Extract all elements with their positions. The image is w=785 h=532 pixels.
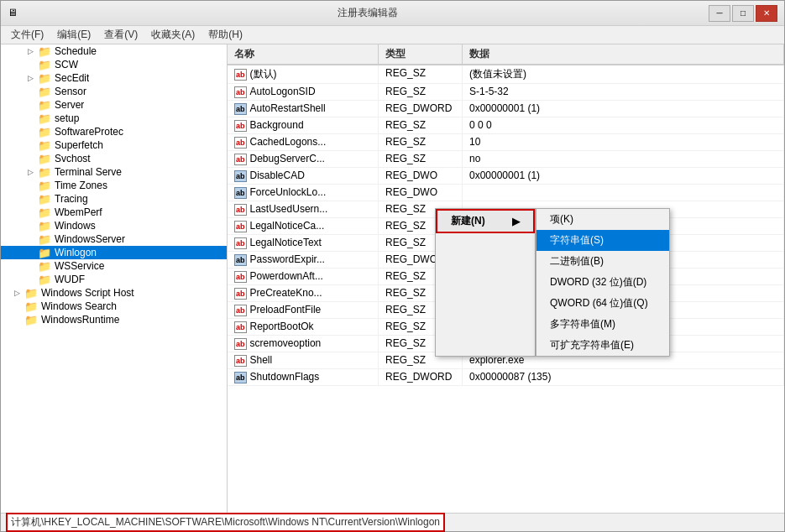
- tree-item-timezones[interactable]: 📁Time Zones: [1, 179, 227, 192]
- tree-item-server[interactable]: 📁Server: [1, 98, 227, 112]
- tree-item-label: WSService: [55, 260, 104, 272]
- tree-item-wsservice[interactable]: 📁WSService: [1, 259, 227, 273]
- reg-cell-name: abPreloadFontFile: [228, 302, 379, 318]
- folder-icon: 📁: [38, 112, 51, 124]
- reg-cell-data: 0x00000001 (1): [463, 101, 784, 117]
- tree-item-label: SoftwareProtec: [55, 126, 123, 138]
- table-row[interactable]: abDisableCADREG_DWO0x00000001 (1): [228, 168, 784, 185]
- status-bar: 计算机\HKEY_LOCAL_MACHINE\SOFTWARE\Microsof…: [1, 513, 784, 531]
- tree-panel[interactable]: ▷📁Schedule📁SCW▷📁SecEdit📁Sensor📁Server📁se…: [1, 44, 228, 513]
- ab-icon: ab: [234, 321, 247, 333]
- tree-item-windows[interactable]: 📁Windows: [1, 219, 227, 232]
- ab-icon: ab: [234, 204, 247, 216]
- tree-item-terminalserver[interactable]: ▷📁Terminal Serve: [1, 165, 227, 179]
- folder-icon: 📁: [38, 247, 51, 258]
- folder-icon: 📁: [38, 206, 51, 218]
- tree-expand-arrow[interactable]: ▷: [14, 289, 24, 297]
- ab-icon: ab: [234, 86, 247, 98]
- tree-expand-arrow[interactable]: ▷: [28, 74, 38, 82]
- folder-icon: 📁: [38, 72, 51, 84]
- table-row[interactable]: abShutdownFlagsREG_DWORD0x00000087 (135): [228, 369, 784, 386]
- tree-item-wbemperf[interactable]: 📁WbemPerf: [1, 206, 227, 219]
- tree-item-windowssearch[interactable]: 📁Windows Search: [1, 300, 227, 313]
- table-header: 名称 类型 数据: [228, 44, 784, 65]
- ctx-submenu-item[interactable]: 二进制值(B): [536, 251, 669, 272]
- ab-icon: ab: [234, 154, 247, 165]
- tree-item-label: Winlogon: [55, 247, 97, 258]
- folder-icon: 📁: [38, 139, 51, 151]
- ctx-submenu-item[interactable]: 可扩充字符串值(E): [536, 335, 669, 356]
- table-row[interactable]: ab(默认)REG_SZ(数值未设置): [228, 65, 784, 84]
- ab-icon: ab: [234, 288, 247, 300]
- reg-cell-type: REG_DWORD: [379, 369, 463, 385]
- ab-icon: ab: [234, 338, 247, 350]
- reg-cell-name: abDebugServerC...: [228, 151, 379, 167]
- table-row[interactable]: abCachedLogons...REG_SZ10: [228, 134, 784, 151]
- table-row[interactable]: abDebugServerC...REG_SZno: [228, 151, 784, 168]
- table-row[interactable]: abAutoLogonSIDREG_SZS-1-5-32: [228, 84, 784, 101]
- tree-item-softwareprotec[interactable]: 📁SoftwareProtec: [1, 125, 227, 138]
- ab-icon: ab: [234, 355, 247, 367]
- tree-item-winlogon[interactable]: 📁Winlogon: [1, 246, 227, 259]
- minimize-button[interactable]: ─: [709, 5, 730, 22]
- folder-icon: 📁: [24, 300, 38, 312]
- title-bar: 🖥 注册表编辑器 ─ □ ✕: [1, 1, 784, 26]
- reg-cell-name: abAutoRestartShell: [228, 101, 379, 117]
- table-row[interactable]: abAutoRestartShellREG_DWORD0x00000001 (1…: [228, 101, 784, 117]
- ctx-new-item[interactable]: 新建(N) ▶: [436, 209, 535, 233]
- table-row[interactable]: abBackgroundREG_SZ0 0 0: [228, 117, 784, 134]
- reg-cell-data: (数值未设置): [463, 65, 784, 83]
- ctx-new-label: 新建(N): [451, 214, 485, 228]
- menu-item-e[interactable]: 编辑(E): [50, 26, 97, 44]
- reg-cell-name: abDisableCAD: [228, 168, 379, 184]
- tree-item-label: Sensor: [55, 86, 86, 97]
- reg-cell-type: REG_SZ: [379, 84, 463, 100]
- tree-item-scw[interactable]: 📁SCW: [1, 58, 227, 71]
- folder-icon: 📁: [38, 220, 51, 232]
- folder-icon: 📁: [38, 126, 51, 138]
- tree-item-label: setup: [55, 112, 79, 124]
- table-row[interactable]: abForceUnlockLo...REG_DWO: [228, 185, 784, 201]
- tree-item-windowsserver[interactable]: 📁WindowsServer: [1, 232, 227, 246]
- ctx-submenu-item[interactable]: QWORD (64 位)值(Q): [536, 293, 669, 314]
- tree-item-sensor[interactable]: 📁Sensor: [1, 85, 227, 98]
- folder-icon: 📁: [38, 153, 51, 164]
- ctx-submenu-item[interactable]: 字符串值(S): [536, 230, 669, 251]
- reg-cell-name: abLastUsedUsern...: [228, 201, 379, 217]
- tree-item-windowsruntime[interactable]: 📁WindowsRuntime: [1, 313, 227, 326]
- menu-item-f[interactable]: 文件(F): [4, 26, 50, 44]
- reg-cell-data: [463, 185, 784, 201]
- tree-item-label: Superfetch: [55, 139, 103, 151]
- close-button[interactable]: ✕: [756, 5, 777, 22]
- ctx-submenu-item[interactable]: DWORD (32 位)值(D): [536, 272, 669, 293]
- tree-item-wudf[interactable]: 📁WUDF: [1, 273, 227, 286]
- tree-expand-arrow[interactable]: ▷: [28, 168, 38, 176]
- tree-item-svchost[interactable]: 📁Svchost: [1, 152, 227, 165]
- ab-icon: ab: [234, 271, 247, 283]
- dword-icon: ab: [234, 254, 247, 266]
- ctx-submenu[interactable]: 项(K)字符串值(S)二进制值(B)DWORD (32 位)值(D)QWORD …: [536, 208, 670, 357]
- reg-cell-data: 0x00000087 (135): [463, 369, 784, 385]
- ab-icon: ab: [234, 137, 247, 149]
- menu-item-v[interactable]: 查看(V): [97, 26, 144, 44]
- tree-item-tracing[interactable]: 📁Tracing: [1, 192, 227, 206]
- tree-item-superfetch[interactable]: 📁Superfetch: [1, 138, 227, 152]
- menu-item-a[interactable]: 收藏夹(A): [144, 26, 201, 44]
- header-data: 数据: [463, 44, 784, 64]
- maximize-button[interactable]: □: [732, 5, 754, 22]
- tree-item-schedule[interactable]: ▷📁Schedule: [1, 44, 227, 58]
- tree-expand-arrow[interactable]: ▷: [28, 47, 38, 55]
- reg-cell-name: abPowerdownAft...: [228, 269, 379, 284]
- tree-item-secedit[interactable]: ▷📁SecEdit: [1, 71, 227, 85]
- ctx-submenu-item[interactable]: 项(K): [536, 209, 669, 230]
- tree-item-windowsscripthost[interactable]: ▷📁Windows Script Host: [1, 286, 227, 300]
- ctx-submenu-item[interactable]: 多字符串值(M): [536, 314, 669, 335]
- reg-cell-name: abLegalNoticeText: [228, 235, 379, 251]
- context-menu-new[interactable]: 新建(N) ▶: [435, 208, 536, 357]
- menu-item-h[interactable]: 帮助(H): [201, 26, 249, 44]
- reg-cell-type: REG_DWO: [379, 168, 463, 184]
- reg-cell-name: abReportBootOk: [228, 319, 379, 335]
- reg-cell-type: REG_DWO: [379, 185, 463, 201]
- tree-item-setup[interactable]: 📁setup: [1, 112, 227, 125]
- folder-icon: 📁: [38, 86, 51, 97]
